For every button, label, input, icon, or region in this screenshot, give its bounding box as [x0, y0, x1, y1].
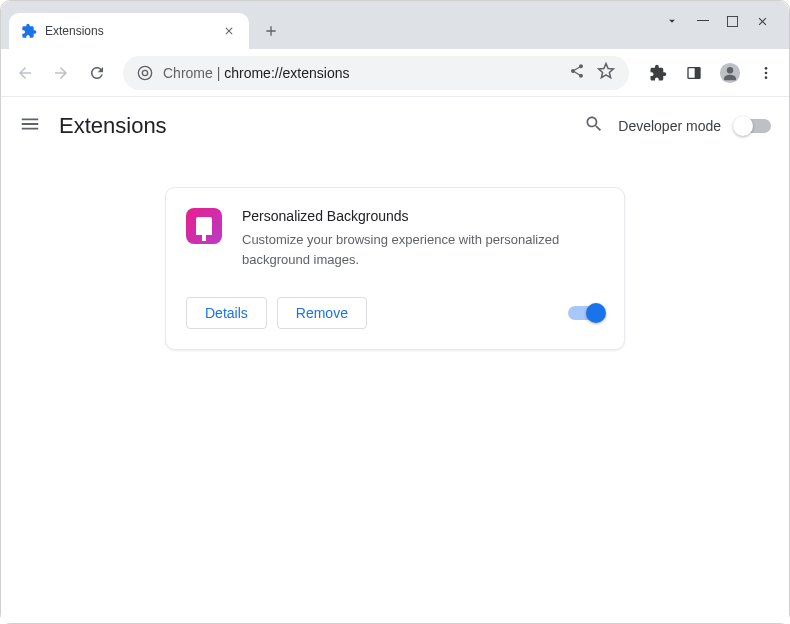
- forward-button[interactable]: [45, 57, 77, 89]
- extensions-puzzle-icon[interactable]: [643, 58, 673, 88]
- extension-puzzle-icon: [21, 23, 37, 39]
- chrome-icon: [137, 65, 153, 81]
- extension-enable-toggle[interactable]: [568, 306, 604, 320]
- share-icon[interactable]: [569, 63, 585, 83]
- side-panel-icon[interactable]: [679, 58, 709, 88]
- svg-point-9: [765, 71, 768, 74]
- hamburger-menu-icon[interactable]: [19, 113, 41, 139]
- maximize-button[interactable]: [727, 16, 738, 27]
- tab-title: Extensions: [45, 24, 213, 38]
- remove-button[interactable]: Remove: [277, 297, 367, 329]
- page-header: Extensions Developer mode: [1, 97, 789, 155]
- browser-titlebar: Extensions: [1, 1, 789, 49]
- svg-point-7: [727, 67, 733, 73]
- extension-description: Customize your browsing experience with …: [242, 230, 604, 269]
- reload-button[interactable]: [81, 57, 113, 89]
- close-tab-icon[interactable]: [221, 23, 237, 39]
- omnibox-text: Chrome | chrome://extensions: [163, 65, 350, 81]
- details-button[interactable]: Details: [186, 297, 267, 329]
- kebab-menu-icon[interactable]: [751, 58, 781, 88]
- svg-point-10: [765, 76, 768, 79]
- chevron-down-icon[interactable]: [665, 14, 679, 28]
- svg-rect-1: [727, 16, 737, 26]
- developer-mode-toggle[interactable]: [735, 119, 771, 133]
- svg-point-8: [765, 67, 768, 70]
- extension-card: Personalized Backgrounds Customize your …: [165, 187, 625, 350]
- minimize-button[interactable]: [697, 15, 709, 27]
- extension-name: Personalized Backgrounds: [242, 208, 604, 224]
- address-bar[interactable]: Chrome | chrome://extensions: [123, 56, 629, 90]
- back-button[interactable]: [9, 57, 41, 89]
- profile-avatar-icon[interactable]: [715, 58, 745, 88]
- browser-toolbar: Chrome | chrome://extensions: [1, 49, 789, 97]
- bookmark-star-icon[interactable]: [597, 62, 615, 84]
- browser-tab[interactable]: Extensions: [9, 13, 249, 49]
- close-window-button[interactable]: [756, 15, 769, 28]
- svg-point-3: [142, 70, 147, 75]
- search-icon[interactable]: [584, 114, 604, 138]
- extension-app-icon: [186, 208, 222, 244]
- page-title: Extensions: [59, 113, 167, 139]
- svg-rect-5: [695, 67, 700, 78]
- new-tab-button[interactable]: [257, 17, 285, 45]
- svg-point-2: [138, 66, 151, 79]
- developer-mode-label: Developer mode: [618, 118, 721, 134]
- svg-rect-0: [697, 20, 709, 21]
